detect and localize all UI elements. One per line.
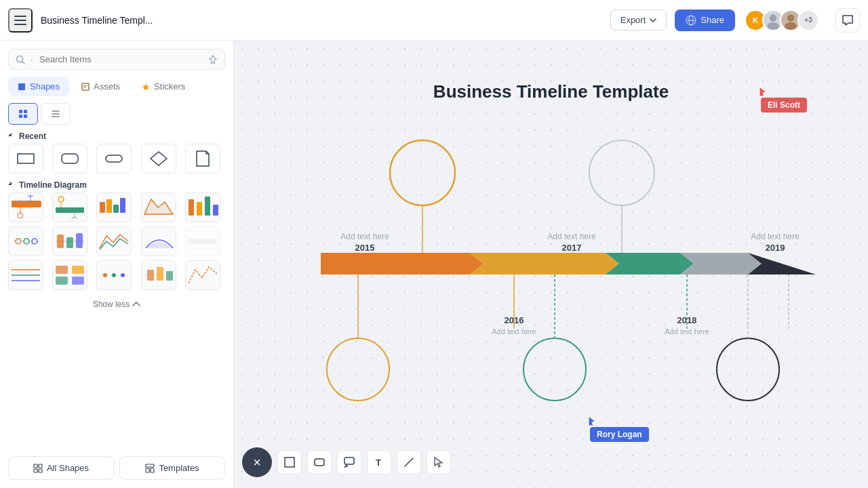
comment-button[interactable]: [835, 8, 860, 33]
close-button[interactable]: ×: [242, 447, 272, 477]
svg-rect-0: [14, 16, 26, 17]
svg-rect-79: [146, 464, 154, 467]
search-dot: ·: [31, 56, 33, 64]
timeline-item-2[interactable]: [52, 192, 87, 222]
search-input[interactable]: [39, 54, 203, 64]
svg-rect-76: [39, 464, 42, 468]
svg-rect-15: [83, 87, 86, 87]
timeline-section-title[interactable]: Timeline Diagram: [8, 180, 225, 190]
subtab-all[interactable]: [8, 103, 38, 125]
timeline-item-11[interactable]: [8, 260, 43, 290]
svg-rect-26: [62, 154, 78, 163]
timeline-item-8[interactable]: [96, 226, 132, 256]
avatar-overflow: +3: [797, 9, 819, 31]
svg-rect-48: [197, 202, 202, 216]
export-button[interactable]: Export: [610, 9, 667, 30]
recent-title[interactable]: Recent: [8, 131, 225, 141]
all-shapes-button[interactable]: All Shapes: [8, 456, 114, 480]
svg-marker-28: [151, 152, 167, 165]
menu-button[interactable]: [8, 8, 33, 33]
shape-note[interactable]: [185, 144, 220, 174]
templates-button[interactable]: Templates: [119, 456, 225, 480]
svg-marker-117: [435, 458, 442, 467]
svg-rect-2: [14, 24, 26, 25]
recent-shapes-grid: [8, 144, 225, 174]
svg-marker-82: [760, 87, 766, 96]
svg-rect-42: [106, 199, 112, 213]
recent-section: Recent: [8, 131, 225, 174]
timeline-item-5[interactable]: [185, 192, 220, 222]
svg-point-70: [121, 273, 125, 277]
svg-line-116: [405, 458, 413, 466]
svg-rect-27: [106, 155, 122, 162]
timeline-items-grid: [8, 192, 225, 290]
svg-point-86: [589, 140, 654, 205]
show-less-button[interactable]: Show less: [8, 300, 225, 309]
text-tool[interactable]: T: [367, 450, 391, 474]
timeline-item-13[interactable]: [96, 260, 132, 290]
canvas-content: Business Timeline Template Add text here…: [287, 81, 816, 420]
svg-rect-80: [146, 468, 149, 472]
timeline-item-12[interactable]: [52, 260, 87, 290]
rectangle-tool[interactable]: [277, 450, 302, 474]
timeline-item-1[interactable]: [8, 192, 43, 222]
rounded-rect-tool[interactable]: [307, 450, 332, 474]
svg-rect-73: [157, 267, 163, 281]
svg-point-84: [390, 140, 455, 205]
shape-tabs: Shapes Assets Stickers: [8, 77, 225, 96]
tab-stickers[interactable]: Stickers: [132, 77, 195, 96]
search-bar: ·: [8, 49, 225, 70]
pointer-tool[interactable]: [427, 450, 451, 474]
tab-assets[interactable]: Assets: [72, 77, 130, 96]
timeline-item-7[interactable]: [52, 226, 87, 256]
timeline-item-3[interactable]: [96, 192, 132, 222]
timeline-item-14[interactable]: [141, 260, 176, 290]
svg-point-7: [767, 22, 779, 30]
timeline-item-15[interactable]: [185, 260, 220, 290]
timeline-item-9[interactable]: [141, 226, 176, 256]
svg-rect-25: [18, 154, 34, 163]
svg-rect-19: [19, 115, 22, 118]
svg-rect-47: [189, 199, 194, 216]
svg-point-6: [770, 14, 777, 22]
svg-rect-38: [56, 207, 84, 213]
line-tool[interactable]: [397, 450, 421, 474]
canvas[interactable]: Eli Scott Rory Logan Business Timeline T…: [234, 41, 868, 488]
shape-capsule[interactable]: [96, 144, 132, 174]
speech-bubble-tool[interactable]: [337, 450, 361, 474]
timeline-item-6[interactable]: [8, 226, 43, 256]
shape-diamond[interactable]: [141, 144, 176, 174]
share-button[interactable]: Share: [675, 9, 735, 31]
topbar: Business Timeline Templ... Export Share …: [0, 0, 868, 41]
svg-marker-94: [321, 253, 484, 274]
svg-rect-63: [56, 266, 68, 274]
timeline-item-4[interactable]: [141, 192, 176, 222]
shape-rectangle[interactable]: [8, 144, 43, 174]
subtab-list[interactable]: [41, 103, 71, 125]
pin-icon[interactable]: [208, 55, 218, 64]
search-icon: [16, 55, 25, 64]
svg-point-9: [785, 22, 797, 30]
svg-rect-57: [66, 237, 73, 248]
svg-marker-83: [589, 416, 595, 426]
timeline-section: Timeline Diagram: [8, 180, 225, 290]
cursor-rory-label: Rory Logan: [590, 427, 649, 442]
svg-rect-64: [72, 266, 84, 274]
svg-rect-66: [72, 277, 84, 285]
svg-rect-30: [12, 201, 40, 207]
shape-rounded-rect[interactable]: [52, 144, 87, 174]
svg-line-11: [22, 61, 25, 64]
svg-rect-75: [34, 464, 37, 468]
svg-rect-65: [56, 277, 68, 285]
svg-rect-14: [83, 85, 87, 86]
timeline-item-10[interactable]: [185, 226, 220, 256]
svg-text:T: T: [376, 458, 381, 468]
svg-point-110: [717, 338, 779, 401]
svg-marker-24: [8, 133, 12, 136]
svg-marker-29: [8, 182, 12, 185]
svg-rect-23: [52, 116, 60, 117]
timeline-diagram: Add text here 2015 Add text here 2017 Ad…: [287, 119, 816, 417]
svg-rect-50: [213, 205, 218, 216]
svg-text:2018: 2018: [677, 315, 696, 325]
tab-shapes[interactable]: Shapes: [8, 77, 69, 96]
